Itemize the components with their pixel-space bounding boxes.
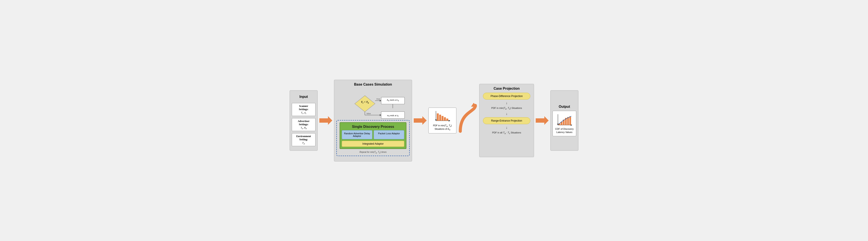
repeat-label: Repeat for min(Ta, Ts) times — [360, 151, 386, 154]
packet-loss-adaptor: Packet Loss Adaptor — [374, 130, 404, 139]
integrated-adaptor: Integrated Adaptor — [342, 141, 404, 147]
svg-marker-22 — [536, 116, 549, 125]
svg-rect-19 — [444, 117, 446, 121]
arrow-down-1: ↓ — [506, 101, 507, 105]
cdf-chart — [556, 113, 573, 126]
output-title: Output — [559, 105, 570, 109]
single-discovery-process-box: Single Discovery Process Random Advertis… — [340, 122, 406, 149]
pdf-text-2: PDF in all Ta · Ts Situations — [492, 131, 521, 135]
range-entrance-projection: Range-Entrance Projection — [483, 117, 530, 124]
advertiser-settings-label: Advertiser Settings: — [294, 120, 313, 126]
arrow-down-2: ↓ — [506, 112, 507, 116]
svg-rect-18 — [441, 116, 443, 121]
svg-text:true: true — [376, 98, 380, 100]
phase-difference-projection: Phase-Difference Projection — [483, 93, 530, 99]
cdf-label: CDF of Discovery Latency Values — [555, 127, 574, 134]
base-cases-title: Base Cases Simulation — [354, 83, 392, 86]
main-diagram: Input Scanner Settings: Ts, ds Advertise… — [283, 76, 585, 166]
scanner-settings-value: Ts, ds — [301, 111, 306, 114]
output-section: Output — [550, 90, 578, 151]
random-advertise-delay-adaptor: Random Advertise Delay Adaptor — [342, 130, 372, 139]
input-section: Input Scanner Settings: Ts, ds Advertise… — [290, 90, 318, 151]
sdp-title: Single Discovery Process — [352, 125, 394, 129]
sdp-dashed-container: Single Discovery Process Random Advertis… — [336, 120, 410, 156]
svg-rect-20 — [446, 119, 448, 121]
pdf-middle-box: PDF in min(Ta, Ts) Situations of E0 — [428, 108, 457, 134]
svg-text:Ts < Ta: Ts < Ta — [361, 100, 369, 104]
svg-rect-17 — [439, 115, 441, 121]
case-projection-title: Case Projection — [494, 87, 520, 91]
svg-marker-1 — [355, 95, 375, 112]
environment-setting-box: Environment Setting: Fp — [292, 133, 315, 146]
svg-marker-13 — [414, 116, 427, 125]
svg-rect-16 — [437, 113, 439, 121]
environment-setting-label: Environment Setting: — [294, 135, 313, 141]
scanner-settings-box: Scanner Settings: Ts, ds — [292, 103, 315, 116]
input-title: Input — [299, 95, 308, 99]
arrow-base-to-pdf — [414, 116, 427, 125]
pdf-text-1: PDF in min(Ta, Ts) Situations — [491, 107, 522, 110]
advertiser-settings-value: Ta, Rd — [301, 126, 307, 129]
projection-flow: Phase-Difference Projection ↓ PDF in min… — [482, 93, 532, 135]
curved-arrow-area — [458, 99, 477, 142]
svg-marker-0 — [319, 116, 332, 125]
adaptors-row: Random Advertise Delay Adaptor Packet Lo… — [342, 130, 404, 139]
advertiser-settings-box: Advertiser Settings: Ta, Rd — [292, 118, 315, 131]
arrow-case-to-output — [536, 116, 549, 125]
environment-setting-value: Fp — [302, 142, 305, 144]
case-projection-section: Case Projection Phase-Difference Project… — [479, 84, 534, 157]
pdf-chart — [434, 110, 451, 123]
cdf-box: CDF of Discovery Latency Values — [553, 111, 576, 137]
svg-text:false: false — [367, 112, 371, 115]
svg-rect-30 — [569, 116, 571, 125]
base-cases-section: Base Cases Simulation Ts < Ta true A0 st… — [334, 80, 412, 161]
scanner-settings-label: Scanner Settings: — [294, 104, 313, 111]
arrow-down-3: ↓ — [506, 126, 507, 129]
pdf-middle-label: PDF in min(Ta, Ts) Situations of E0 — [431, 124, 454, 131]
arrow-input-to-base — [319, 116, 332, 125]
